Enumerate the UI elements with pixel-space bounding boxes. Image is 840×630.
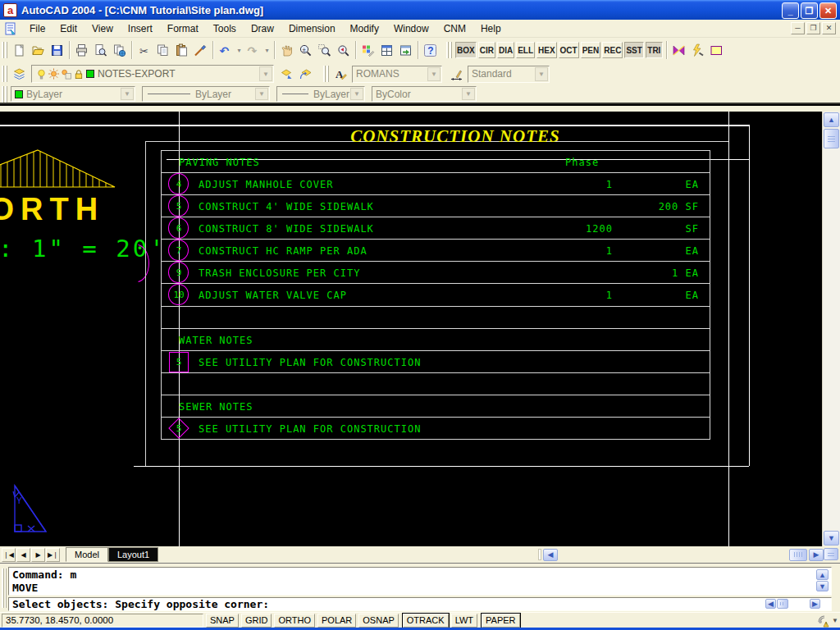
mdi-minimize-button[interactable]: ─ bbox=[791, 22, 805, 34]
text-style-button[interactable]: A bbox=[331, 64, 350, 84]
new-button[interactable] bbox=[10, 40, 29, 60]
command-prompt[interactable]: Select objects: Specify opposite corner: bbox=[8, 597, 832, 611]
layer-combo[interactable]: NOTES-EXPORT ▼ bbox=[31, 65, 274, 83]
zoom-realtime-button[interactable]: ± bbox=[296, 40, 315, 60]
toggle-polar[interactable]: POLAR bbox=[317, 614, 356, 628]
toolbar-grip[interactable] bbox=[2, 42, 7, 58]
properties-button[interactable] bbox=[377, 40, 396, 60]
print-preview-button[interactable] bbox=[91, 40, 110, 60]
zoom-previous-button[interactable] bbox=[334, 40, 353, 60]
text-style-combo[interactable]: ROMANS ▼ bbox=[352, 66, 442, 83]
splitter-handle[interactable] bbox=[538, 549, 541, 560]
command-scroll-up-button[interactable]: ▲ bbox=[816, 569, 829, 580]
alias-button-pen[interactable]: PEN bbox=[581, 42, 601, 58]
command-history[interactable]: Command: mMOVE bbox=[8, 567, 832, 596]
toolbar-grip[interactable] bbox=[2, 66, 7, 82]
redo-dropdown-button[interactable]: ▾ bbox=[262, 40, 272, 60]
toggle-otrack[interactable]: OTRACK bbox=[403, 614, 449, 628]
sun-icon[interactable] bbox=[48, 67, 60, 80]
help-button[interactable]: ? bbox=[421, 40, 440, 60]
toggle-paper[interactable]: PAPER bbox=[482, 614, 519, 628]
redo-button[interactable]: ↷ bbox=[244, 40, 262, 60]
chevron-down-icon[interactable]: ▼ bbox=[121, 88, 134, 100]
chevron-down-icon[interactable]: ▼ bbox=[427, 67, 441, 81]
color-combo[interactable]: ByLayer ▼ bbox=[11, 86, 135, 102]
tab-layout1[interactable]: Layout1 bbox=[108, 547, 158, 562]
pan-button[interactable] bbox=[277, 40, 296, 60]
scroll-down-button[interactable]: ▼ bbox=[824, 531, 839, 546]
chevron-down-icon[interactable]: ▼ bbox=[255, 88, 268, 100]
alias-button-cir[interactable]: CIR bbox=[478, 42, 495, 58]
toggle-ortho[interactable]: ORTHO bbox=[274, 614, 315, 628]
lock-icon[interactable] bbox=[72, 67, 84, 80]
menu-modify[interactable]: Modify bbox=[343, 21, 386, 37]
prev-tab-button[interactable]: ◀ bbox=[16, 548, 30, 562]
dim-style-button[interactable] bbox=[447, 64, 466, 84]
alias-button-oct[interactable]: OCT bbox=[559, 42, 579, 58]
menu-help[interactable]: Help bbox=[473, 21, 509, 37]
toggle-osnap[interactable]: OSNAP bbox=[358, 614, 399, 628]
close-button[interactable]: ✕ bbox=[819, 2, 837, 19]
cut-button[interactable]: ✂ bbox=[135, 40, 153, 60]
scroll-up-button[interactable]: ▲ bbox=[824, 112, 839, 127]
toolbar-grip[interactable] bbox=[2, 86, 7, 103]
menu-tools[interactable]: Tools bbox=[206, 21, 244, 37]
layer-manager-button[interactable] bbox=[10, 64, 29, 84]
alias-button-box[interactable]: BOX bbox=[455, 42, 477, 58]
command-scroll-right-button[interactable]: ▶ bbox=[810, 599, 820, 609]
undo-button[interactable]: ↶ bbox=[216, 40, 235, 60]
freeze-in-viewport-icon[interactable] bbox=[60, 67, 72, 80]
menu-cnm[interactable]: CNM bbox=[436, 21, 473, 37]
last-tab-button[interactable]: ▶❘ bbox=[46, 548, 60, 562]
command-scroll-left-button[interactable]: ◀ bbox=[765, 599, 776, 609]
mdi-restore-button[interactable]: ❐ bbox=[806, 22, 820, 34]
coordinate-display[interactable]: 35.7730, 18.4570, 0.0000 bbox=[2, 614, 203, 628]
menu-window[interactable]: Window bbox=[386, 21, 436, 37]
lineweight-combo[interactable]: ByLayer ▼ bbox=[276, 86, 365, 102]
chevron-down-icon[interactable]: ▼ bbox=[535, 67, 548, 81]
toggle-grid[interactable]: GRID bbox=[241, 614, 272, 628]
tab-model[interactable]: Model bbox=[66, 547, 108, 562]
command-window-grip[interactable] bbox=[2, 568, 7, 608]
redraw-button[interactable] bbox=[358, 40, 377, 60]
bulb-icon[interactable] bbox=[35, 67, 48, 80]
menu-format[interactable]: Format bbox=[160, 21, 206, 37]
alias-button-sst[interactable]: SST bbox=[624, 42, 643, 58]
save-button[interactable] bbox=[48, 40, 66, 60]
match-properties-button[interactable] bbox=[191, 40, 210, 60]
note-button[interactable] bbox=[707, 40, 726, 60]
menu-view[interactable]: View bbox=[84, 21, 121, 37]
mdi-close-button[interactable]: ✕ bbox=[822, 22, 836, 34]
alias-button-ell[interactable]: ELL bbox=[516, 42, 535, 58]
vscroll-thumb[interactable] bbox=[824, 129, 839, 148]
command-hscroll-thumb[interactable] bbox=[777, 599, 788, 609]
scroll-left-button[interactable]: ◀ bbox=[543, 549, 558, 561]
toolbar-grip[interactable] bbox=[446, 42, 452, 58]
menu-edit[interactable]: Edit bbox=[52, 21, 84, 37]
chevron-down-icon[interactable]: ▼ bbox=[462, 88, 475, 100]
toggle-lwt[interactable]: LWT bbox=[451, 614, 477, 628]
command-scroll-down-button[interactable]: ▼ bbox=[816, 581, 829, 591]
first-tab-button[interactable]: ❘◀ bbox=[2, 548, 16, 562]
publish-button[interactable] bbox=[110, 40, 129, 60]
alias-button-rec[interactable]: REC bbox=[602, 42, 623, 58]
print-button[interactable] bbox=[72, 40, 91, 60]
minimize-button[interactable]: _ bbox=[782, 2, 799, 19]
zoom-window-button[interactable] bbox=[315, 40, 334, 60]
lightning-button[interactable] bbox=[688, 40, 707, 60]
alias-button-tri[interactable]: TRI bbox=[646, 42, 663, 58]
communication-center-icon[interactable]: ! bbox=[816, 614, 830, 628]
chevron-down-icon[interactable]: ▼ bbox=[350, 88, 363, 100]
drawing-canvas[interactable]: NORTH : 1" = 20' CONSTRUCTION NOTES PAVI… bbox=[0, 112, 822, 546]
dim-style-combo[interactable]: Standard ▼ bbox=[468, 66, 550, 83]
plot-style-combo[interactable]: ByColor ▼ bbox=[372, 86, 477, 102]
bowtie-button[interactable] bbox=[669, 40, 688, 60]
menu-dimension[interactable]: Dimension bbox=[281, 21, 343, 37]
linetype-combo[interactable]: ByLayer ▼ bbox=[142, 86, 270, 102]
layer-previous-button[interactable] bbox=[296, 64, 315, 84]
copy-button[interactable] bbox=[153, 40, 172, 60]
toggle-snap[interactable]: SNAP bbox=[206, 614, 239, 628]
alias-button-hex[interactable]: HEX bbox=[536, 42, 557, 58]
menu-insert[interactable]: Insert bbox=[121, 21, 160, 37]
toolbar-grip[interactable] bbox=[323, 66, 329, 82]
